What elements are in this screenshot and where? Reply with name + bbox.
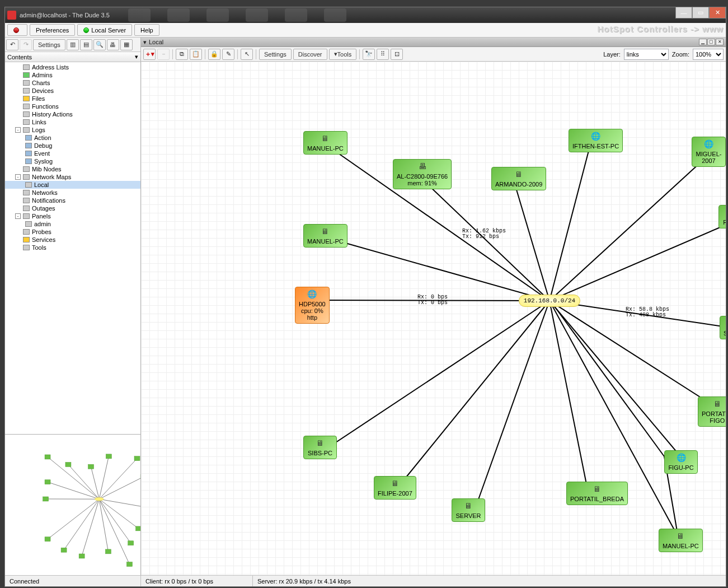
copy-icon[interactable]: ⧉ xyxy=(176,49,188,60)
tree-item[interactable]: Notifications xyxy=(5,197,140,204)
device-node[interactable]: 🖥FILIPE-2007 xyxy=(374,476,416,500)
panel-titlebar[interactable]: ▾ Local ▁ ▢ ✕ xyxy=(141,38,726,47)
tree-item[interactable]: -Network Maps xyxy=(5,173,140,181)
pointer-icon[interactable]: ↖ xyxy=(241,49,253,60)
paste-icon[interactable]: 📋 xyxy=(190,49,202,60)
local-server-button[interactable]: Local Server xyxy=(77,24,132,36)
tools-dropdown[interactable]: ▾ Tools xyxy=(329,49,357,60)
redo-button[interactable]: ↷ xyxy=(20,39,32,50)
device-node[interactable]: 🖥PORTATIL-FIGO xyxy=(698,396,726,427)
tree-item[interactable]: Syslog xyxy=(5,157,140,165)
device-icon: 🖥 xyxy=(319,133,331,143)
tree-item[interactable]: Services xyxy=(5,236,140,244)
tree-item[interactable]: History Actions xyxy=(5,110,140,118)
device-node[interactable]: 🌐MIGUEL-2007 xyxy=(692,137,726,167)
chart-icon[interactable]: ▦ xyxy=(120,39,133,50)
titlebar[interactable]: admin@localhost - The Dude 3.5 — ▭ ✕ xyxy=(5,7,726,23)
tree-item[interactable]: Devices xyxy=(5,87,140,95)
tree-item[interactable]: Admins xyxy=(5,71,140,79)
tree-item[interactable]: Mib Nodes xyxy=(5,165,140,173)
svg-line-48 xyxy=(326,237,549,301)
device-node[interactable]: 🖥SERVER xyxy=(452,498,485,522)
svg-line-37 xyxy=(549,150,714,301)
svg-line-18 xyxy=(99,499,129,564)
device-icon: 🖥 xyxy=(314,438,326,448)
device-node[interactable]: 🖥SIBS-PC xyxy=(303,436,337,459)
tree-item[interactable]: Event xyxy=(5,150,140,157)
tree-item[interactable]: Address Lists xyxy=(5,63,140,71)
preferences-button[interactable]: Preferences xyxy=(30,24,75,36)
tree-item[interactable]: -Panels xyxy=(5,212,140,220)
device-node[interactable]: 🌐PCNET3 xyxy=(718,205,726,228)
svg-line-14 xyxy=(99,499,138,529)
tree-item[interactable]: admin xyxy=(5,220,140,228)
panel-max-icon[interactable]: ▢ xyxy=(707,39,715,45)
device-node[interactable]: 🖥ARMANDO-2009 xyxy=(491,167,546,190)
panel-title: Local xyxy=(149,39,163,45)
layer-select[interactable]: links xyxy=(624,49,669,60)
panel-close-icon[interactable]: ✕ xyxy=(716,39,724,45)
group-icon[interactable]: ⠿ xyxy=(377,49,389,60)
zoom-select[interactable]: 100% xyxy=(693,49,724,60)
tree-item[interactable]: Probes xyxy=(5,228,140,236)
link-label: Rx: 1.62 kbps Tx: 912 bps xyxy=(462,228,506,240)
tree-item[interactable]: Local xyxy=(5,181,140,189)
canvas-settings-button[interactable]: Settings xyxy=(259,49,292,60)
svg-line-26 xyxy=(48,499,99,539)
tree-item[interactable]: Action xyxy=(5,134,140,142)
help-button[interactable]: Help xyxy=(134,24,159,36)
device-node[interactable]: 🖥PORTATIL_BREDA xyxy=(566,482,628,505)
settings-button[interactable]: Settings xyxy=(33,39,65,50)
device-node[interactable]: ▬SMC7904BRA2 xyxy=(720,316,726,339)
device-node[interactable]: 🖥MANUEL-PC xyxy=(303,131,347,155)
device-node[interactable]: 🖥MANUEL-PC xyxy=(303,224,347,248)
network-canvas[interactable]: 192.168.0.0/24🖥MANUEL-PC🖶AL-C2800-09E766… xyxy=(141,62,726,575)
svg-line-10 xyxy=(99,477,140,500)
tree-header[interactable]: Contents▾ xyxy=(5,52,140,62)
device-node[interactable]: 🌐FIGU-PC xyxy=(664,450,698,474)
device-icon: 🌐 xyxy=(306,289,318,299)
tree-item[interactable]: Charts xyxy=(5,79,140,87)
close-button[interactable]: ✕ xyxy=(709,7,726,18)
device-icon: 🖥 xyxy=(389,478,401,488)
tree-item[interactable]: Files xyxy=(5,95,140,102)
left-toolbar: ↶ ↷ Settings ▥ ▤ 🔍 🖶 ▦ xyxy=(5,38,140,52)
svg-line-22 xyxy=(82,499,99,556)
app-icon-button[interactable] xyxy=(7,24,27,36)
tree-item[interactable]: Tools xyxy=(5,244,140,251)
undo-button[interactable]: ↶ xyxy=(6,39,18,50)
tree-item[interactable]: Networks xyxy=(5,189,140,197)
hub-node[interactable]: 192.168.0.0/24 xyxy=(519,295,580,307)
device-node[interactable]: 🖥MANUEL-PC xyxy=(659,529,703,552)
export-icon[interactable]: ▤ xyxy=(80,39,92,50)
lock-icon[interactable]: 🔒 xyxy=(208,49,220,60)
add-button[interactable]: ＋▾ xyxy=(143,49,156,60)
tree-view[interactable]: Address ListsAdminsChartsDevicesFilesFun… xyxy=(5,62,140,434)
minimize-button[interactable]: — xyxy=(675,7,692,18)
discover-button[interactable]: Discover xyxy=(293,49,327,60)
tree-item[interactable]: Links xyxy=(5,118,140,126)
link-icon[interactable]: ✎ xyxy=(222,49,234,60)
tree-item[interactable]: Outages xyxy=(5,204,140,212)
svg-line-42 xyxy=(549,301,681,542)
device-node[interactable]: 🖶AL-C2800-09E766mem: 91% xyxy=(393,159,452,189)
binoculars-icon[interactable]: 🔭 xyxy=(363,49,375,60)
find-icon[interactable]: 🔍 xyxy=(93,39,106,50)
panel-min-icon[interactable]: ▁ xyxy=(699,39,707,45)
tree-item[interactable]: Functions xyxy=(5,102,140,110)
new-window-icon[interactable]: ▥ xyxy=(67,39,79,50)
panel-dropdown-icon[interactable]: ▾ xyxy=(143,39,147,46)
column-drop-icon[interactable]: ▾ xyxy=(135,53,138,60)
device-icon: 🖥 xyxy=(591,484,603,494)
tree-item[interactable]: -Logs xyxy=(5,126,140,134)
device-node[interactable]: 🌐HDP5000cpu: 0%http xyxy=(295,287,330,324)
ungroup-icon[interactable]: ⊡ xyxy=(391,49,403,60)
delete-button[interactable]: － xyxy=(157,49,170,60)
print-icon[interactable]: 🖶 xyxy=(107,39,119,50)
device-node[interactable]: 🌐IFTHEN-EST-PC xyxy=(569,129,623,152)
device-icon: 🖥 xyxy=(462,501,475,511)
minimap[interactable] xyxy=(5,434,140,575)
tree-item[interactable]: Debug xyxy=(5,142,140,150)
maximize-button[interactable]: ▭ xyxy=(692,7,709,18)
svg-point-32 xyxy=(95,497,104,501)
